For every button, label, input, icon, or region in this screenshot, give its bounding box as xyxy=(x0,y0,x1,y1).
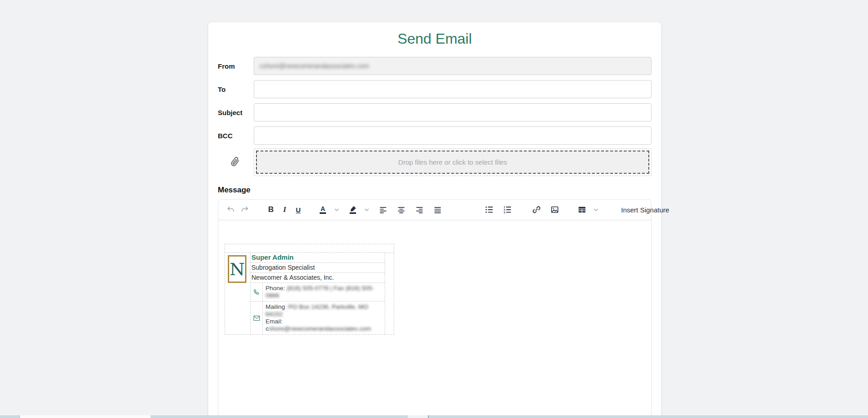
signature-company: Newcomer & Associates, Inc. xyxy=(251,273,385,283)
bcc-field[interactable] xyxy=(254,126,652,145)
mailing-label: Mailing xyxy=(266,303,285,310)
bullet-list-button[interactable] xyxy=(484,203,495,217)
message-body[interactable]: N Super Admin Subrogation Specialist New… xyxy=(218,220,651,408)
table-icon xyxy=(577,205,587,214)
text-color-dropdown[interactable] xyxy=(331,203,342,217)
justify-button[interactable] xyxy=(432,203,443,217)
phone-icon xyxy=(253,289,260,295)
to-field[interactable] xyxy=(254,80,652,98)
editor-toolbar: B I U A xyxy=(218,200,651,220)
underline-icon: U xyxy=(296,206,301,214)
text-color-button[interactable]: A xyxy=(317,203,328,217)
align-right-button[interactable] xyxy=(414,203,425,217)
underline-button[interactable]: U xyxy=(293,203,304,217)
message-label: Message xyxy=(218,186,652,195)
bcc-label: BCC xyxy=(218,132,254,140)
subject-row: Subject xyxy=(218,103,652,121)
italic-button[interactable]: I xyxy=(279,203,290,217)
scrollbar-segment-left[interactable] xyxy=(20,415,151,418)
page-title: Send Email xyxy=(218,29,652,49)
insert-signature-button[interactable]: Insert Signature xyxy=(621,206,669,214)
from-label: From xyxy=(218,62,254,70)
bullet-list-icon xyxy=(485,205,494,214)
signature-gap-cell xyxy=(385,253,394,334)
undo-icon xyxy=(226,205,236,214)
highlight-dropdown[interactable] xyxy=(361,203,372,217)
align-center-icon xyxy=(397,206,406,214)
empty-paragraph xyxy=(225,227,645,244)
horizontal-scrollbar-track[interactable] xyxy=(0,415,868,418)
from-value-redacted: cshore@newcomerandassociates.com xyxy=(260,62,369,70)
file-dropzone[interactable]: Drop files here or click to select files xyxy=(254,148,652,176)
file-dropzone-inner: Drop files here or click to select files xyxy=(256,151,649,174)
align-left-icon xyxy=(379,206,387,214)
signature-logo-cell: N xyxy=(225,253,251,334)
scrollbar-thumb[interactable] xyxy=(408,415,429,418)
from-row: From cshore@newcomerandassociates.com xyxy=(218,57,652,75)
phone-label: Phone: xyxy=(266,285,287,292)
align-left-button[interactable] xyxy=(377,203,388,217)
signature-empty-row xyxy=(225,244,394,253)
undo-button[interactable] xyxy=(226,203,236,217)
from-field[interactable]: cshore@newcomerandassociates.com xyxy=(254,57,652,75)
text-color-icon: A xyxy=(321,206,325,212)
dropzone-text: Drop files here or click to select files xyxy=(398,158,507,166)
subject-label: Subject xyxy=(218,109,254,116)
attachment-icon-cell xyxy=(218,156,254,169)
bold-icon: B xyxy=(268,205,274,214)
insert-table-button[interactable] xyxy=(577,203,587,217)
ordered-list-button[interactable]: 1 2 3 xyxy=(502,203,513,217)
to-row: To xyxy=(218,80,652,98)
bold-button[interactable]: B xyxy=(266,203,276,217)
attachment-row: Drop files here or click to select files xyxy=(218,148,652,176)
email-value-redacted: shore@newcomerandassociates.com xyxy=(269,325,371,332)
signature-block: N Super Admin Subrogation Specialist New… xyxy=(225,244,394,335)
insert-image-button[interactable] xyxy=(549,203,560,217)
highlight-color-bar xyxy=(350,212,356,214)
table-dropdown[interactable] xyxy=(590,203,601,217)
image-icon xyxy=(550,205,559,214)
text-color-bar xyxy=(320,212,326,214)
highlighter-icon xyxy=(349,206,356,212)
send-email-panel: Send Email From cshore@newcomerandassoci… xyxy=(208,22,661,418)
message-editor: B I U A xyxy=(218,199,652,418)
highlight-button[interactable] xyxy=(347,203,358,217)
redo-button[interactable] xyxy=(239,203,250,217)
insert-link-button[interactable] xyxy=(531,203,542,217)
chevron-down-icon xyxy=(593,208,598,212)
signature-mail-row: Mailing: PO Box 14236, Parkville, MO 641… xyxy=(251,302,385,334)
ordered-list-icon: 1 2 3 xyxy=(503,205,512,214)
signature-job-title: Subrogation Specialist xyxy=(251,263,385,273)
chevron-down-icon xyxy=(364,208,369,212)
justify-icon xyxy=(433,206,442,214)
bcc-row: BCC xyxy=(218,126,652,145)
align-right-icon xyxy=(415,206,424,214)
company-logo: N xyxy=(228,255,246,283)
link-icon xyxy=(532,205,541,214)
signature-name: Super Admin xyxy=(251,253,385,263)
signature-phone-row: Phone: (816) 505-0776 | Fax (816) 505-08… xyxy=(251,283,385,302)
svg-text:3: 3 xyxy=(504,211,506,214)
chevron-down-icon xyxy=(334,208,339,212)
subject-field[interactable] xyxy=(254,103,652,121)
redo-icon xyxy=(240,205,249,214)
to-label: To xyxy=(218,86,254,93)
paperclip-icon xyxy=(229,155,241,167)
italic-icon: I xyxy=(283,205,286,214)
envelope-icon xyxy=(253,315,260,321)
align-center-button[interactable] xyxy=(396,203,406,217)
